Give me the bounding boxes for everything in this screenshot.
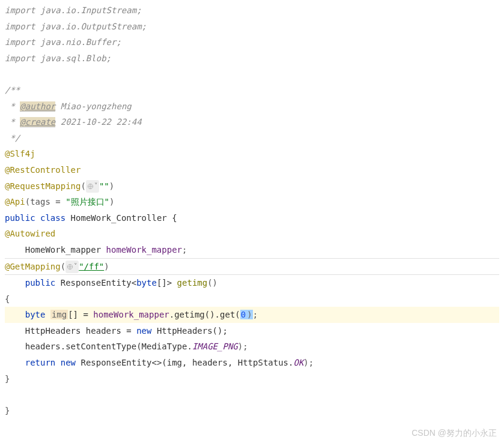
annotation-api: @Api(tags = "照片接口")	[5, 194, 499, 210]
blank-line	[5, 387, 499, 403]
globe-icon[interactable]: ˅	[65, 261, 79, 273]
blank-line	[5, 66, 499, 82]
globe-icon[interactable]: ˅	[86, 180, 99, 193]
class-close-brace: }	[5, 403, 499, 419]
annotation-slf4j: @Slf4j	[5, 146, 499, 162]
comment-open: /**	[5, 82, 499, 98]
open-brace: {	[5, 291, 499, 307]
code-line: headers.setContentType(MediaType.IMAGE_P…	[5, 339, 499, 355]
highlighted-code-line: byte img[] = homeWork_mapper.getimg().ge…	[5, 307, 499, 323]
annotation-autowired: @Autowired	[5, 226, 499, 242]
import-line: import java.sql.Blob;	[5, 50, 499, 67]
comment-create: * @create 2021-10-22 22:44	[5, 114, 499, 130]
import-line: import java.io.OutputStream;	[5, 19, 499, 35]
comment-author: * @author Miao-yongzheng	[5, 98, 499, 115]
class-declaration: public class HomeWork_Controller {	[5, 210, 499, 226]
import-line: import java.io.InputStream;	[5, 2, 499, 19]
annotation-restcontroller: @RestController	[5, 162, 499, 178]
code-line: HttpHeaders headers = new HttpHeaders();	[5, 323, 499, 339]
return-line: return new ResponseEntity<>(img, headers…	[5, 355, 499, 371]
method-signature: public ResponseEntity<byte[]> getimg()	[5, 275, 499, 291]
annotation-getmapping: @GetMapping(˅"/ff")	[5, 258, 499, 276]
close-brace: }	[5, 371, 499, 387]
comment-close: */	[5, 130, 499, 146]
import-line: import java.nio.Buffer;	[5, 34, 499, 50]
watermark: CSDN @努力的小永正	[411, 425, 497, 441]
code-editor[interactable]: import java.io.InputStream; import java.…	[5, 2, 499, 418]
annotation-requestmapping: @RequestMapping(˅"")	[5, 178, 499, 194]
field-declaration: HomeWork_mapper homeWork_mapper;	[5, 242, 499, 258]
